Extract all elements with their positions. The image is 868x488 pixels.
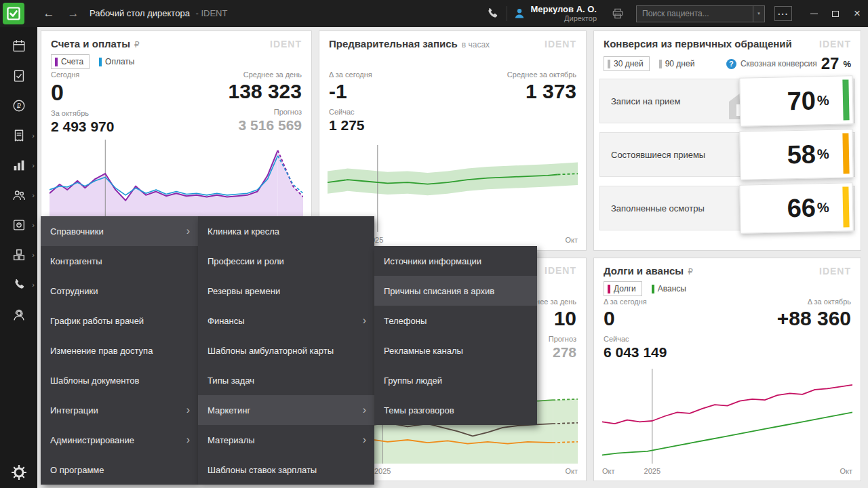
search-dropdown-icon[interactable]: ▼ bbox=[753, 6, 764, 22]
tab-marker bbox=[659, 60, 662, 68]
card-unit: ₽ bbox=[134, 40, 140, 49]
headset-icon bbox=[12, 307, 26, 322]
summary-label: Сквозная конверсия bbox=[741, 59, 817, 68]
window-title: Рабочий стол директора - IDENT bbox=[90, 0, 227, 27]
conversion-value-card: 70 % bbox=[740, 75, 854, 126]
conversion-summary: ? Сквозная конверсия 27 % bbox=[726, 56, 851, 72]
card-stats: Δ за сегодня 0 Сейчас 6 043 149 Δ за окт… bbox=[604, 298, 851, 361]
printer-icon bbox=[611, 7, 625, 20]
sidebar-item-schedule[interactable] bbox=[0, 31, 37, 61]
legend-item[interactable]: Долги bbox=[604, 281, 642, 296]
conversion-rows: Записи на прием 70 % Состоявшиеся приемы… bbox=[599, 79, 855, 239]
print-button[interactable] bbox=[606, 0, 629, 27]
close-button[interactable]: × bbox=[846, 0, 868, 27]
menu-item[interactable]: Рекламные каналы › bbox=[374, 336, 537, 365]
period-tabs: 30 дней 90 дней bbox=[604, 56, 701, 71]
more-button[interactable]: ··· bbox=[774, 6, 792, 21]
user-menu[interactable]: Меркулов А. О. Директор bbox=[513, 4, 597, 23]
card-unit: ₽ bbox=[688, 267, 693, 277]
menu-item[interactable]: Шаблоны документов › bbox=[41, 365, 198, 395]
sidebar-item-salary[interactable]: › bbox=[0, 210, 37, 240]
stat-label: Δ за сегодня bbox=[329, 70, 372, 79]
legend-item[interactable]: Счета bbox=[51, 54, 90, 69]
stat-value: +88 360 bbox=[777, 306, 851, 331]
menu-item[interactable]: Шаблоны амбулаторной карты › bbox=[198, 336, 374, 365]
stat-value: 0 bbox=[604, 306, 667, 331]
sidebar-item-payments[interactable]: ₽ bbox=[0, 91, 37, 121]
telephony-button[interactable] bbox=[481, 0, 504, 27]
sidebar-item-visits[interactable] bbox=[0, 61, 37, 91]
conversion-color-strip bbox=[842, 79, 849, 120]
info-icon[interactable]: ? bbox=[726, 59, 736, 69]
period-tab[interactable]: 30 дней bbox=[604, 56, 650, 71]
period-tab[interactable]: 90 дней bbox=[655, 56, 701, 71]
menu-item[interactable]: График работы врачей › bbox=[41, 306, 198, 336]
menu-item[interactable]: О программе › bbox=[41, 455, 198, 485]
sidebar-item-support[interactable] bbox=[0, 300, 37, 329]
card-debts-advances: Долги и авансы ₽ IDENT Долги Авансы bbox=[593, 258, 861, 481]
conversion-color-strip bbox=[842, 133, 849, 174]
maximize-button[interactable] bbox=[825, 0, 846, 27]
menu-item[interactable]: Темы разговоров › bbox=[374, 395, 537, 425]
stat-label: Прогноз bbox=[229, 108, 302, 116]
menu-item[interactable]: Изменение прав доступа › bbox=[41, 336, 198, 365]
sidebar-item-calls[interactable]: › bbox=[0, 270, 37, 300]
menu-item[interactable]: Справочники › bbox=[41, 216, 198, 246]
menu-item[interactable]: Группы людей › bbox=[374, 365, 537, 395]
legend-color-bar bbox=[55, 58, 58, 66]
patient-search-input[interactable] bbox=[637, 6, 753, 22]
menu-item[interactable]: Источники информации › bbox=[374, 246, 537, 276]
stat-value: 6 043 149 bbox=[604, 343, 667, 361]
ident-watermark: IDENT bbox=[545, 39, 576, 49]
card-unit: в часах bbox=[462, 40, 490, 49]
legend-item[interactable]: Оплаты bbox=[95, 54, 140, 69]
user-name: Меркулов А. О. bbox=[530, 4, 597, 14]
sidebar-item-patients[interactable]: › bbox=[0, 180, 37, 210]
divider bbox=[507, 6, 507, 21]
window-title-suffix: - IDENT bbox=[195, 8, 227, 18]
menu-item[interactable]: Сотрудники › bbox=[41, 276, 198, 306]
app-logo[interactable] bbox=[3, 3, 24, 24]
menu-item[interactable]: Финансы › bbox=[198, 306, 374, 336]
calendar-icon bbox=[12, 39, 26, 54]
sidebar-item-reports[interactable]: › bbox=[0, 150, 37, 180]
forward-button[interactable]: → bbox=[62, 0, 84, 27]
settings-menu-level3: Источники информации › Причины списания … bbox=[374, 246, 537, 425]
menu-item[interactable]: Шаблоны ставок зарплаты › bbox=[198, 455, 374, 485]
sidebar-item-invoices[interactable]: › bbox=[0, 121, 37, 150]
menu-item[interactable]: Типы задач › bbox=[198, 365, 374, 395]
axis-label: Окт bbox=[840, 467, 852, 475]
minimize-icon bbox=[810, 14, 818, 14]
menu-item[interactable]: Телефоны › bbox=[374, 306, 537, 336]
menu-item[interactable]: Профессии и роли › bbox=[198, 246, 374, 276]
menu-item[interactable]: Контрагенты › bbox=[41, 246, 198, 276]
menu-item[interactable]: Маркетинг › bbox=[198, 395, 374, 425]
menu-item[interactable]: Материалы › bbox=[198, 425, 374, 455]
menu-item[interactable]: Клиника и кресла › bbox=[198, 216, 374, 246]
sidebar-item-settings[interactable] bbox=[0, 457, 37, 488]
legend-color-bar bbox=[608, 285, 610, 293]
ident-watermark: IDENT bbox=[819, 266, 851, 277]
minimize-button[interactable] bbox=[803, 0, 825, 27]
ident-watermark: IDENT bbox=[819, 39, 851, 49]
card-title: Конверсия из первичных обращений bbox=[604, 38, 792, 49]
x-axis: Окт 2025 Окт bbox=[602, 467, 852, 476]
menu-item[interactable]: Причины списания в архив › bbox=[374, 276, 537, 306]
axis-label: 2025 bbox=[644, 467, 660, 475]
back-button[interactable]: ← bbox=[38, 0, 60, 27]
stat-value: 2 493 970 bbox=[51, 117, 114, 136]
menu-item[interactable]: Администрирование › bbox=[41, 425, 198, 455]
conversion-value: 58 bbox=[787, 141, 816, 167]
axis-label: Окт bbox=[565, 467, 578, 475]
window-controls: × bbox=[803, 0, 868, 27]
submenu-arrow-icon: › bbox=[180, 404, 190, 416]
legend-item[interactable]: Авансы bbox=[648, 281, 692, 296]
menu-item[interactable]: Интеграции › bbox=[41, 395, 198, 425]
stat-value: 1 373 bbox=[507, 79, 576, 104]
app-window: ← → Рабочий стол директора - IDENT Мерку… bbox=[0, 0, 868, 488]
sidebar-item-warehouse[interactable]: › bbox=[0, 240, 37, 270]
menu-item[interactable]: Резервы времени › bbox=[198, 276, 374, 306]
legend-color-bar bbox=[99, 58, 102, 66]
stat-label: Сейчас bbox=[329, 108, 372, 116]
stat-label: Сейчас bbox=[604, 335, 667, 343]
